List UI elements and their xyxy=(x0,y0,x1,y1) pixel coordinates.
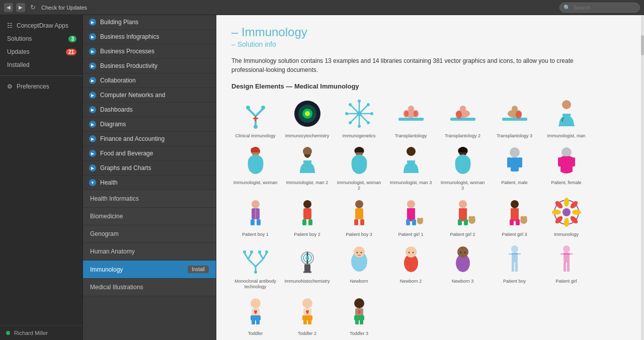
svg-rect-146 xyxy=(308,320,311,324)
svg-rect-63 xyxy=(302,219,306,225)
sidebar-item-updates[interactable]: Updates 21 xyxy=(0,45,83,58)
svg-point-125 xyxy=(460,252,461,253)
svg-point-11 xyxy=(305,111,310,116)
svg-point-24 xyxy=(357,111,362,116)
icon-cell-immunocytochemistry: Immunocytochemistry xyxy=(283,96,331,139)
icon-label: Immunologist, man xyxy=(547,133,585,139)
svg-point-88 xyxy=(562,208,571,216)
icon-cell-toddler: Toddler xyxy=(231,294,279,336)
svg-rect-76 xyxy=(458,219,462,225)
forward-button[interactable]: ▶ xyxy=(16,3,25,12)
category-business-infographics[interactable]: ▶ Business Infographics xyxy=(83,30,216,44)
content-area: – Immunology Solution info The Immunolog… xyxy=(216,15,641,340)
category-computer-networks[interactable]: ▶ Computer Networks and xyxy=(83,88,216,103)
svg-rect-52 xyxy=(518,157,522,167)
icon-cell-newborn3: Newborn 3 xyxy=(439,241,487,290)
svg-point-22 xyxy=(367,103,370,106)
subcat-biomedicine[interactable]: Biomedicine xyxy=(83,208,216,225)
subcat-health-informatics[interactable]: Health Informatics xyxy=(83,190,216,208)
category-finance-accounting[interactable]: ▶ Finance and Accounting xyxy=(83,132,216,146)
icon-label: Patient boy 3 xyxy=(346,232,372,237)
sidebar-item-installed[interactable]: Installed xyxy=(0,58,83,71)
icon-clinical-immunology xyxy=(238,96,273,131)
icon-label: Patient boy 1 xyxy=(242,232,269,237)
icon-newborn xyxy=(342,241,377,277)
scrollbar[interactable] xyxy=(641,15,644,340)
design-elements-title: Design Elements — Medical Immunology xyxy=(231,82,626,90)
svg-point-69 xyxy=(407,200,415,208)
sidebar-item-solutions[interactable]: Solutions 3 xyxy=(0,32,83,45)
category-business-processes[interactable]: ▶ Business Processes xyxy=(83,44,216,59)
category-building-plans[interactable]: ▶ Building Plans xyxy=(83,15,216,30)
cat-arrow-icon: ▶ xyxy=(89,150,96,157)
subcat-human-anatomy[interactable]: Human Anatomy xyxy=(83,243,216,261)
svg-rect-39 xyxy=(562,114,571,116)
sidebar-item-apps[interactable]: ☷ ConceptDraw Apps xyxy=(0,19,83,32)
solution-info-link[interactable]: Solution info xyxy=(231,40,626,48)
icon-grid: Clinical immunology Immunocytochemistry xyxy=(231,96,626,336)
svg-point-91 xyxy=(552,210,561,215)
svg-rect-30 xyxy=(450,118,475,121)
icon-transplantology xyxy=(393,96,429,131)
svg-point-85 xyxy=(520,216,524,220)
category-graphs-charts[interactable]: ▶ Graphs and Charts xyxy=(83,161,216,176)
icon-immunology xyxy=(549,195,584,230)
svg-rect-44 xyxy=(303,160,311,163)
svg-line-2 xyxy=(256,109,263,116)
icon-label: Immunologist, woman 3 xyxy=(439,180,487,191)
sidebar-item-preferences[interactable]: ⚙ Preferences xyxy=(0,80,83,93)
solutions-badge: 3 xyxy=(68,36,76,42)
svg-point-16 xyxy=(358,100,361,103)
svg-point-90 xyxy=(564,218,569,227)
icon-cell-immunologist-man2: Immunologist, man 2 xyxy=(283,143,331,191)
svg-point-37 xyxy=(516,111,522,119)
subcat-medical-illustrations[interactable]: Medical Illustrations xyxy=(83,279,216,296)
svg-point-28 xyxy=(404,110,409,117)
updates-label: Updates xyxy=(7,48,30,55)
category-business-productivity[interactable]: ▶ Business Productivity xyxy=(83,59,216,73)
svg-rect-51 xyxy=(507,157,511,167)
icon-cell-patient-boy1: Patient boy 1 xyxy=(231,195,279,237)
category-label: Diagrams xyxy=(100,121,126,128)
check-updates-label[interactable]: Check for Updates xyxy=(41,5,87,11)
category-food-beverage[interactable]: ▶ Food and Beverage xyxy=(83,146,216,161)
cat-arrow-icon: ▶ xyxy=(89,19,96,26)
category-health[interactable]: ▼ Health xyxy=(83,176,216,190)
search-input[interactable] xyxy=(559,3,640,13)
svg-point-20 xyxy=(349,103,352,106)
scrollbar-thumb[interactable] xyxy=(641,35,644,55)
svg-point-21 xyxy=(367,121,370,124)
category-collaboration[interactable]: ▶ Collaboration xyxy=(83,73,216,88)
solutions-panel: ▶ Building Plans ▶ Business Infographics… xyxy=(83,15,216,340)
svg-rect-130 xyxy=(515,263,518,272)
apps-label: ConceptDraw Apps xyxy=(17,22,68,29)
icon-immunologist-man xyxy=(549,96,584,131)
back-button[interactable]: ◀ xyxy=(4,3,13,12)
svg-point-121 xyxy=(408,252,410,253)
sidebar-user: Richard Miller xyxy=(0,325,83,340)
svg-point-75 xyxy=(459,200,467,208)
install-button[interactable]: Install xyxy=(188,266,209,273)
svg-point-32 xyxy=(460,106,466,112)
svg-rect-62 xyxy=(303,208,311,219)
user-status-dot xyxy=(6,331,10,335)
svg-point-89 xyxy=(564,198,569,207)
category-diagrams[interactable]: ▶ Diagrams xyxy=(83,117,216,132)
subcat-immunology[interactable]: Immunology Install xyxy=(83,261,216,279)
category-label: Business Productivity xyxy=(100,62,157,69)
subcat-install-row: Immunology Install xyxy=(90,266,209,273)
icon-patient-girl1 xyxy=(393,195,429,230)
user-name: Richard Miller xyxy=(14,330,48,336)
svg-point-23 xyxy=(349,121,352,124)
icon-label: Toddler 3 xyxy=(350,331,368,336)
refresh-icon[interactable]: ↻ xyxy=(28,3,37,12)
category-dashboards[interactable]: ▶ Dashboards xyxy=(83,103,216,117)
subcat-genogram[interactable]: Genogram xyxy=(83,225,216,243)
icon-toddler xyxy=(238,294,273,329)
svg-point-4 xyxy=(261,106,265,110)
updates-badge: 21 xyxy=(66,49,76,55)
subcat-label: Health Informatics xyxy=(90,195,139,202)
svg-rect-150 xyxy=(355,320,359,324)
svg-point-120 xyxy=(406,246,417,258)
icon-label: Immunologist, man 3 xyxy=(390,180,432,186)
